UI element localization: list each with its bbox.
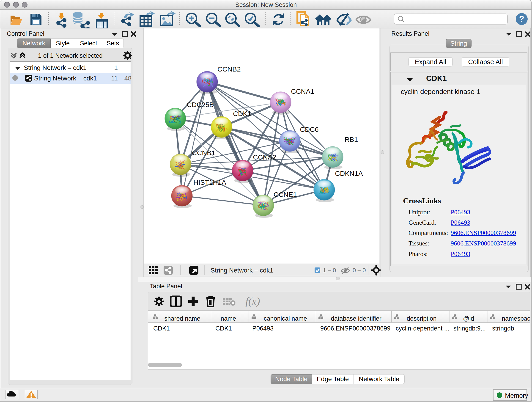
svg-text:9606.ENSP00000378699: 9606.ENSP00000378699 [320,325,390,332]
svg-text:CCNA2: CCNA2 [253,153,276,161]
svg-text:HIST1H1A: HIST1H1A [193,179,226,186]
svg-text:shared name: shared name [164,315,201,322]
svg-text:CCNB1: CCNB1 [192,149,215,157]
svg-text:RB1: RB1 [345,136,358,143]
svg-text:CDK1: CDK1 [233,110,251,117]
svg-text:CCNE1: CCNE1 [273,191,297,198]
svg-text:database identifier: database identifier [331,315,381,322]
svg-text:@id: @id [463,315,474,322]
svg-text:stringdb:9...: stringdb:9... [453,325,486,332]
svg-text:f(x): f(x) [245,295,260,307]
svg-text:cyclin-dependent ...: cyclin-dependent ... [396,325,449,332]
svg-text:CCNB2: CCNB2 [217,65,241,73]
svg-text:String Network – cdk1: String Network – cdk1 [210,267,273,274]
svg-text:CCNA1: CCNA1 [291,88,314,95]
svg-text:P06493: P06493 [252,325,273,332]
svg-text:1 – 0: 1 – 0 [323,267,336,274]
svg-text:namespace: namespace [502,315,530,322]
svg-text:stringdb: stringdb [492,325,514,332]
svg-text:CDK1: CDK1 [153,325,170,332]
svg-text:canonical name: canonical name [264,315,307,322]
svg-text:description: description [407,315,437,322]
svg-text:CDC25B: CDC25B [187,101,214,108]
svg-text:?: ? [519,14,524,24]
svg-text:CDK1: CDK1 [215,325,232,332]
svg-text:0 – 0: 0 – 0 [353,267,366,274]
svg-text:CDC6: CDC6 [300,126,319,133]
svg-text:name: name [221,315,236,322]
svg-text:CDKN1A: CDKN1A [335,170,363,177]
